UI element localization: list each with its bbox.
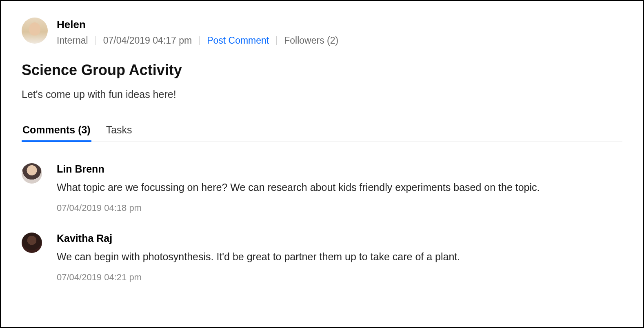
comment-timestamp: 07/04/2019 04:21 pm — [57, 272, 622, 283]
comment-item: Lin Brenn What topic are we focussing on… — [22, 156, 622, 225]
post-timestamp: 07/04/2019 04:17 pm — [103, 35, 192, 46]
comment-text: What topic are we focussing on here? We … — [57, 181, 622, 195]
comment-author[interactable]: Kavitha Raj — [57, 233, 622, 244]
author-avatar[interactable] — [22, 18, 48, 44]
meta-divider — [95, 36, 96, 45]
comment-avatar[interactable] — [22, 163, 42, 184]
comment-item: Kavitha Raj We can begin with photosynth… — [22, 225, 622, 294]
author-name[interactable]: Helen — [57, 18, 338, 31]
comment-timestamp: 07/04/2019 04:18 pm — [57, 203, 622, 213]
tab-comments[interactable]: Comments (3) — [22, 122, 91, 142]
tab-tasks[interactable]: Tasks — [105, 122, 133, 142]
meta-divider — [276, 36, 277, 45]
comment-content: Kavitha Raj We can begin with photosynth… — [57, 233, 622, 283]
followers-label[interactable]: Followers (2) — [284, 35, 338, 46]
comment-avatar[interactable] — [22, 233, 42, 253]
post-title: Science Group Activity — [22, 62, 622, 79]
meta-divider — [199, 36, 200, 45]
comments-list: Lin Brenn What topic are we focussing on… — [22, 156, 622, 294]
visibility-label: Internal — [57, 35, 88, 46]
comment-author[interactable]: Lin Brenn — [57, 163, 622, 175]
post-header: Helen Internal 07/04/2019 04:17 pm Post … — [22, 18, 622, 46]
post-meta: Helen Internal 07/04/2019 04:17 pm Post … — [57, 18, 338, 46]
comment-content: Lin Brenn What topic are we focussing on… — [57, 163, 622, 213]
post-body: Let's come up with fun ideas here! — [22, 89, 622, 100]
post-comment-link[interactable]: Post Comment — [207, 35, 269, 46]
meta-row: Internal 07/04/2019 04:17 pm Post Commen… — [57, 35, 338, 46]
comment-text: We can begin with photosynthesis. It'd b… — [57, 250, 622, 264]
tabs: Comments (3) Tasks — [22, 122, 622, 142]
